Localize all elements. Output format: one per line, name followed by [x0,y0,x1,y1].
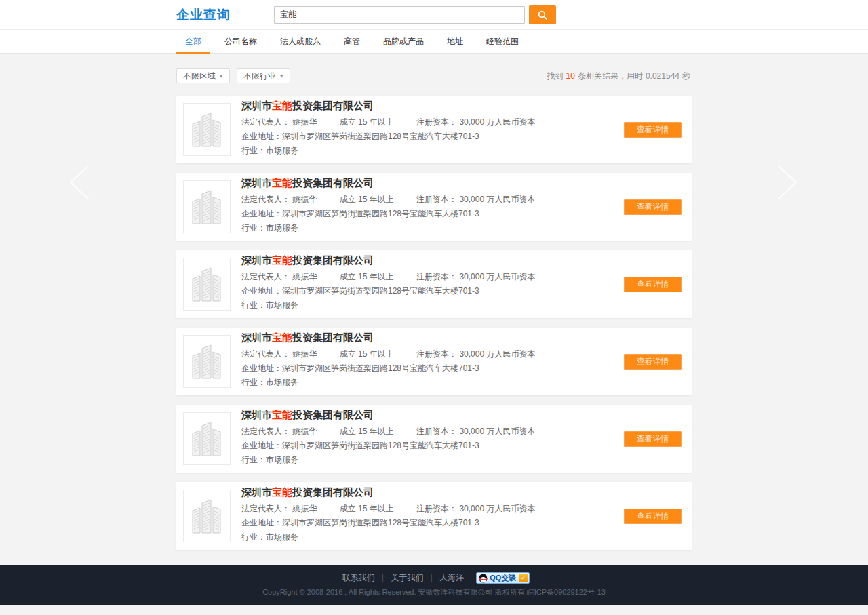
capital-label: 注册资本： [416,349,457,359]
tab-item[interactable]: 公司名称 [216,30,266,53]
view-details-button[interactable]: 查看详情 [624,431,682,447]
search-input[interactable] [274,6,525,24]
qq-chat-button[interactable]: QQ交谈 ✓ [476,572,530,584]
company-industry: 行业：市场服务 [241,454,624,466]
company-address: 企业地址：深圳市罗湖区笋岗街道梨园路128号宝能汽车大楼701-3 [241,363,624,374]
footer-separator: ｜ [379,572,387,584]
footer-link-dahaiyang[interactable]: 大海洋 [439,572,464,584]
keyword-highlight: 宝能 [272,332,292,343]
company-name[interactable]: 深圳市宝能投资集团有限公司 [241,409,624,422]
capital-value: 30,000 万人民币资本 [459,195,535,204]
qq-chat-label: QQ交谈 [490,573,516,583]
results-count: 10 [566,71,575,81]
company-address: 企业地址：深圳市罗湖区笋岗街道梨园路128号宝能汽车大楼701-3 [241,517,624,529]
company-thumbnail [183,335,231,388]
view-details-button[interactable]: 查看详情 [624,199,682,215]
legal-rep-value: 姚振华 [292,504,317,513]
tab-item[interactable]: 法人或股东 [271,30,330,53]
carousel-left-chevron-icon[interactable] [62,163,100,202]
search-button[interactable] [529,5,556,24]
founded-value: 成立 15 年以上 [340,195,394,204]
view-details-button[interactable]: 查看详情 [624,509,682,524]
capital-label: 注册资本： [416,504,457,513]
view-details-button[interactable]: 查看详情 [624,277,682,292]
company-industry: 行业：市场服务 [241,145,624,157]
company-meta: 法定代表人： 姚振华 成立 15 年以上 注册资本： 30,000 万人民币资本 [241,117,624,128]
founded-value: 成立 15 年以上 [340,504,394,513]
chevron-down-icon: ▾ [280,73,283,79]
tab-label: 高管 [344,36,360,47]
company-industry: 行业：市场服务 [241,300,624,311]
results-prefix: 找到 [547,71,564,81]
tab-label: 全部 [185,36,201,47]
search-bar [274,5,556,24]
building-icon [190,342,224,381]
results-middle: 条相关结果，用时 [578,71,643,81]
capital-label: 注册资本： [416,272,457,281]
capital-label: 注册资本： [416,195,457,204]
industry-filter-dropdown[interactable]: 不限行业 ▾ [237,68,290,83]
founded-value: 成立 15 年以上 [340,426,394,436]
building-icon [190,264,224,304]
header: 企业查询 [0,0,868,30]
tab-label: 公司名称 [224,36,257,47]
page: 企业查询 全部 公司名称 法人或股东 高管 [0,0,868,615]
company-address: 企业地址：深圳市罗湖区笋岗街道梨园路128号宝能汽车大楼701-3 [241,285,624,297]
region-filter-label: 不限区域 [183,71,216,82]
company-name[interactable]: 深圳市宝能投资集团有限公司 [241,254,624,267]
results-suffix: 秒 [682,71,690,81]
view-details-button[interactable]: 查看详情 [624,354,682,370]
tab-item[interactable]: 经验范围 [477,30,528,53]
company-address: 企业地址：深圳市罗湖区笋岗街道梨园路128号宝能汽车大楼701-3 [241,208,624,220]
tab-item[interactable]: 高管 [335,30,369,53]
capital-value: 30,000 万人民币资本 [459,349,535,359]
legal-rep-value: 姚振华 [292,117,317,127]
legal-rep-label: 法定代表人： [241,349,290,359]
legal-rep-label: 法定代表人： [241,117,290,127]
keyword-highlight: 宝能 [272,254,292,266]
legal-rep-value: 姚振华 [292,349,317,359]
industry-filter-label: 不限行业 [243,71,276,82]
keyword-highlight: 宝能 [272,486,292,498]
company-address: 企业地址：深圳市罗湖区笋岗街道梨园路128号宝能汽车大楼701-3 [241,131,624,142]
legal-rep-value: 姚振华 [292,272,317,281]
company-result-card: 深圳市宝能投资集团有限公司 法定代表人： 姚振华 成立 15 年以上 注册资本：… [176,250,692,318]
legal-rep-value: 姚振华 [292,426,317,436]
company-thumbnail [183,103,231,156]
results-list: 深圳市宝能投资集团有限公司 法定代表人： 姚振华 成立 15 年以上 注册资本：… [176,96,692,550]
view-details-button[interactable]: 查看详情 [624,122,682,138]
keyword-highlight: 宝能 [272,409,292,420]
region-filter-dropdown[interactable]: 不限区域 ▾ [176,68,230,83]
company-meta: 法定代表人： 姚振华 成立 15 年以上 注册资本： 30,000 万人民币资本 [241,349,624,360]
footer-link-about[interactable]: 关于我们 [391,572,423,584]
main-content: 不限区域 ▾ 不限行业 ▾ 找到10条相关结果，用时0.021544秒 [176,54,692,550]
results-time: 0.021544 [646,71,679,81]
results-summary: 找到10条相关结果，用时0.021544秒 [546,71,692,82]
tab-label: 法人或股东 [280,36,321,47]
capital-value: 30,000 万人民币资本 [459,426,535,436]
company-industry: 行业：市场服务 [241,222,624,234]
copyright-text: CopyRight © 2008-2016 , All Rights Reser… [262,587,606,597]
company-name[interactable]: 深圳市宝能投资集团有限公司 [241,486,624,499]
company-result-card: 深圳市宝能投资集团有限公司 法定代表人： 姚振华 成立 15 年以上 注册资本：… [176,96,692,163]
capital-label: 注册资本： [416,117,457,127]
company-result-card: 深圳市宝能投资集团有限公司 法定代表人： 姚振华 成立 15 年以上 注册资本：… [176,405,692,473]
tab-item[interactable]: 品牌或产品 [374,30,433,53]
tab-item[interactable]: 地址 [438,30,472,53]
footer-link-contact[interactable]: 联系我们 [342,572,375,584]
capital-value: 30,000 万人民币资本 [459,504,535,513]
company-name[interactable]: 深圳市宝能投资集团有限公司 [241,100,624,113]
site-logo[interactable]: 企业查询 [176,6,231,24]
company-name[interactable]: 深圳市宝能投资集团有限公司 [241,332,624,344]
tab-label: 经验范围 [486,36,519,47]
footer-separator: ｜ [427,572,435,584]
carousel-right-chevron-icon[interactable] [766,163,804,202]
company-name[interactable]: 深圳市宝能投资集团有限公司 [241,177,624,190]
founded-value: 成立 15 年以上 [340,117,394,127]
company-thumbnail [183,180,231,233]
founded-value: 成立 15 年以上 [340,349,394,359]
chevron-down-icon: ▾ [220,73,223,79]
company-meta: 法定代表人： 姚振华 成立 15 年以上 注册资本： 30,000 万人民币资本 [241,271,624,283]
tab-item[interactable]: 全部 [176,30,210,53]
search-icon [537,9,548,20]
